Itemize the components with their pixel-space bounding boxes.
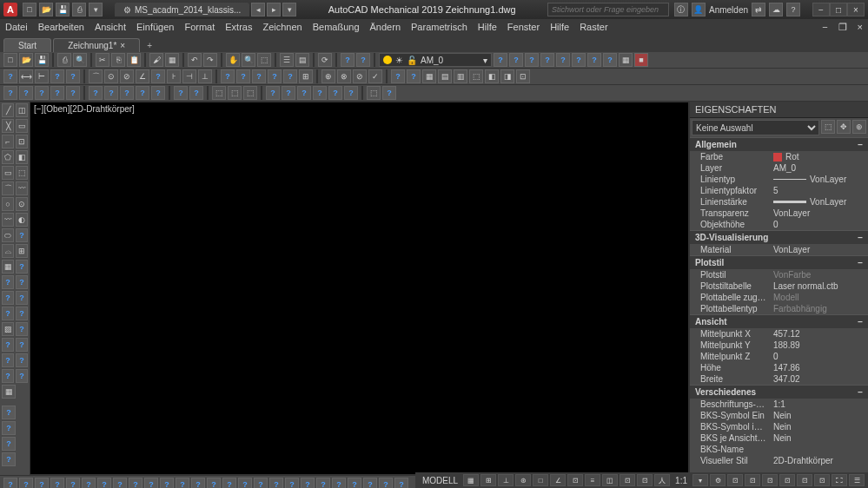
tool-button[interactable] — [189, 86, 203, 100]
tool-button[interactable] — [35, 478, 49, 488]
tool-button[interactable] — [2, 307, 14, 320]
help-search-input[interactable] — [547, 3, 669, 16]
tool-button[interactable] — [50, 69, 64, 83]
tool-button[interactable]: ⬚ — [243, 86, 257, 100]
zoom-window-button[interactable]: ⬚ — [257, 53, 271, 67]
tool-button[interactable] — [332, 478, 346, 488]
dim-continue-button[interactable]: ⊣ — [182, 69, 196, 83]
layer-dropdown[interactable]: ☀ 🔓 AM_0 ▾ — [379, 53, 492, 67]
tool-button[interactable] — [301, 478, 315, 488]
tool-button[interactable] — [176, 478, 189, 488]
tool-button[interactable] — [97, 478, 111, 488]
tool-button[interactable]: ⊕ — [321, 69, 335, 83]
prop-row[interactable]: Linientypfaktor5 — [690, 185, 868, 196]
tool-button[interactable] — [587, 53, 601, 67]
tool-button[interactable]: ▭ — [16, 119, 28, 133]
tool-button[interactable] — [266, 86, 280, 100]
menu-bemassung[interactable]: Bemaßung — [313, 22, 360, 32]
tool-button[interactable]: ◧ — [485, 69, 499, 83]
tool-button[interactable] — [151, 86, 165, 100]
tool-button[interactable] — [50, 86, 64, 100]
prop-row[interactable]: Objekthöhe0 — [690, 219, 868, 230]
tool-button[interactable] — [129, 478, 142, 488]
prop-row[interactable]: Breite347.02 — [690, 373, 868, 385]
menu-hilfe[interactable]: Hilfe — [478, 22, 497, 32]
prop-value[interactable]: 347.02 — [770, 374, 868, 384]
tab-add-button[interactable]: + — [142, 38, 157, 52]
lwt-toggle[interactable]: ≡ — [585, 474, 600, 486]
tool-button[interactable] — [207, 478, 221, 488]
tool-button[interactable] — [16, 322, 28, 336]
rect-button[interactable]: ▭ — [2, 166, 14, 180]
arc-button[interactable]: ⌒ — [2, 181, 14, 195]
tool-button[interactable] — [313, 86, 327, 100]
dim-linear-button[interactable]: ⟷ — [19, 69, 33, 83]
dim-radius-button[interactable]: ⊙ — [104, 69, 118, 83]
menu-extras[interactable]: Extras — [225, 22, 252, 32]
menu-bearbeiten[interactable]: Bearbeiten — [38, 22, 84, 32]
arrow-left-icon[interactable]: ◂ — [251, 3, 265, 16]
menu-parametrisch[interactable]: Parametrisch — [411, 22, 467, 32]
tool-button[interactable]: ⊘ — [353, 69, 367, 83]
tool-button[interactable] — [379, 478, 393, 488]
login-label[interactable]: Anmelden — [709, 5, 748, 15]
ellipse-arc-button[interactable]: ⌓ — [2, 244, 14, 258]
toggle[interactable]: ⊡ — [745, 474, 760, 486]
saveas-icon[interactable]: ⎙ — [72, 3, 86, 16]
prop-row[interactable]: LinientypVonLayer — [690, 174, 868, 185]
tool-button[interactable] — [344, 86, 358, 100]
exchange-icon[interactable]: ⇄ — [752, 3, 765, 16]
tool-button[interactable]: ⊡ — [16, 135, 28, 148]
prop-value[interactable]: AM_0 — [770, 163, 868, 173]
prop-value[interactable]: Nein — [770, 422, 868, 432]
props-section-plotstil[interactable]: Plotstil− — [690, 255, 868, 269]
osnap-toggle[interactable]: □ — [533, 474, 548, 486]
prop-value[interactable]: 0 — [770, 352, 868, 361]
copy-button[interactable]: ⎘ — [111, 53, 125, 67]
prop-value[interactable]: 5 — [770, 186, 868, 195]
tool-button[interactable] — [3, 69, 17, 83]
prop-row[interactable]: Mittelpunkt Z0 — [690, 351, 868, 362]
tool-button[interactable] — [382, 86, 396, 100]
tool-button[interactable] — [2, 406, 16, 419]
drawing-viewport[interactable]: [−][Oben][2D-Drahtkörper] — [30, 102, 689, 475]
tool-button[interactable] — [66, 478, 80, 488]
tool-button[interactable] — [509, 53, 523, 67]
customize-button[interactable]: ☰ — [849, 474, 865, 486]
select-icon[interactable]: ✥ — [837, 120, 851, 134]
tool-button[interactable]: ⊞ — [16, 244, 28, 258]
tool-button[interactable]: ✓ — [368, 69, 382, 83]
tool-button[interactable]: ⬚ — [469, 69, 483, 83]
prop-value[interactable]: VonLayer — [770, 245, 868, 254]
pickadd-icon[interactable]: ⊕ — [852, 120, 866, 134]
tool-button[interactable] — [16, 369, 28, 383]
prop-row[interactable]: Plottabelle zugeordn...Modell — [690, 292, 868, 303]
doc-minimize-button[interactable]: − — [822, 22, 827, 32]
tool-button[interactable] — [2, 275, 14, 289]
tool-button[interactable] — [268, 69, 282, 83]
props-button[interactable]: ☰ — [280, 53, 294, 67]
cut-button[interactable]: ✂ — [96, 53, 109, 67]
tool-button[interactable] — [66, 86, 80, 100]
toggle[interactable]: ⊡ — [797, 474, 812, 486]
block-button[interactable]: ▦ — [165, 53, 179, 67]
prop-row[interactable]: Visueller Stil2D-Drahtkörper — [690, 455, 868, 466]
toggle[interactable]: ⊡ — [779, 474, 795, 486]
tool-button[interactable]: ⊞ — [299, 69, 313, 83]
open-button[interactable]: 📂 — [19, 53, 33, 67]
tab-drawing[interactable]: Zeichnung1*× — [53, 38, 140, 52]
dim-baseline-button[interactable]: ⊦ — [167, 69, 181, 83]
tool-button[interactable] — [363, 478, 377, 488]
tool-button[interactable] — [221, 69, 235, 83]
tool-button[interactable] — [283, 69, 297, 83]
prop-value[interactable]: 2D-Drahtkörper — [770, 456, 868, 465]
clean-screen-button[interactable]: ⛶ — [832, 474, 847, 486]
toggle[interactable]: ⊡ — [762, 474, 778, 486]
save-button[interactable]: 💾 — [35, 53, 49, 67]
tool-button[interactable]: ⬚ — [212, 86, 226, 100]
new-button[interactable]: □ — [3, 53, 17, 67]
toggle[interactable]: ⊡ — [620, 474, 635, 486]
regen-button[interactable]: ⟳ — [318, 53, 332, 67]
tool-button[interactable] — [297, 86, 311, 100]
new-icon[interactable]: □ — [23, 3, 36, 16]
